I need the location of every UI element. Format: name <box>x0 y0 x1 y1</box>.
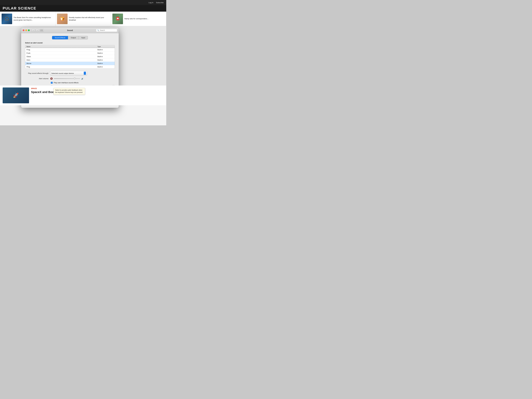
sound-type: Built-in <box>97 52 113 54</box>
tab-sound-effects[interactable]: Sound Effects <box>52 36 68 39</box>
table-header: Name Type <box>25 45 115 48</box>
article-headline: The Beats Solo Pro noise cancelling head… <box>13 16 54 21</box>
title-bar: ‹ › Sound 🔍 <box>21 27 119 33</box>
website-background: Log In Subscribe PULAR SCIENCE 🎧 The Bea… <box>0 0 166 125</box>
table-row[interactable]: Morse Built-in <box>25 62 115 65</box>
tab-output[interactable]: Output <box>68 36 79 39</box>
minimize-button[interactable] <box>25 29 27 31</box>
column-header-type: Type <box>97 46 113 47</box>
article-thumbnail: 📮 <box>112 14 123 24</box>
back-button[interactable]: ‹ <box>32 29 35 32</box>
speaker-high-icon: 🔊 <box>81 78 83 80</box>
article-headline: SpaceX and Boeing are one big step <box>31 90 164 94</box>
headphones-thumb: 🎧 <box>2 14 12 24</box>
alert-volume-label: Alert volume: <box>25 78 49 80</box>
sound-name: Glass <box>26 56 97 57</box>
list-item[interactable]: 🍞 Novelty toasters that will effectively… <box>55 12 111 26</box>
article-headline: Novelty toasters that will effectively b… <box>69 16 109 21</box>
sound-type: Built-in <box>97 62 113 64</box>
maximize-button[interactable] <box>28 29 30 31</box>
bottom-article-thumbnail: 🚀 <box>3 88 29 103</box>
sound-type: Built-in <box>97 59 113 61</box>
list-item[interactable]: 📮 Stamp sets for correspondenc... <box>111 12 166 26</box>
table-row[interactable]: Hero Built-in <box>25 58 115 62</box>
sound-name: Frog <box>26 49 97 51</box>
sound-name: Funk <box>26 52 97 54</box>
tooltip: Select to provide audio feedback when th… <box>53 88 85 95</box>
nav-buttons: ‹ › <box>32 29 39 32</box>
stamps-thumb: 📮 <box>112 14 123 24</box>
close-button[interactable] <box>23 29 24 31</box>
login-link[interactable]: Log In <box>149 2 153 4</box>
dropdown-arrows-icon: ⌃⌄ <box>84 72 86 75</box>
sound-type: Built-in <box>97 66 113 68</box>
article-thumbnail: 🎧 <box>2 14 12 24</box>
table-row[interactable]: Ping Built-in <box>25 65 115 69</box>
window-title: Sound <box>67 29 73 32</box>
list-item[interactable]: 🎧 The Beats Solo Pro noise cancelling he… <box>0 12 55 26</box>
top-navigation: Log In Subscribe <box>0 0 166 5</box>
alert-volume-control: 🔇 🔊 <box>50 77 115 80</box>
grid-view-button[interactable] <box>40 29 44 32</box>
section-label: Select an alert sound: <box>25 42 115 44</box>
play-through-dropdown[interactable]: Selected sound output device ⌃⌄ <box>50 71 87 76</box>
toaster-thumb: 🍞 <box>57 14 68 24</box>
search-box[interactable]: 🔍 <box>96 29 117 32</box>
article-strip: 🎧 The Beats Solo Pro noise cancelling he… <box>0 12 166 26</box>
alert-volume-row: Alert volume: 🔇 🔊 <box>25 77 115 80</box>
slider-thumb[interactable] <box>74 77 76 79</box>
tabs-container: Sound Effects Output Input <box>25 36 115 39</box>
sound-name: Morse <box>26 62 97 64</box>
article-category: SPACE <box>31 88 164 89</box>
table-row[interactable]: Frog Built-in <box>25 48 115 51</box>
search-icon: 🔍 <box>97 29 99 31</box>
bottom-article-text: SPACE SpaceX and Boeing are one big step <box>31 88 164 94</box>
play-through-row: Play sound effects through: Selected sou… <box>25 71 115 76</box>
play-through-label: Play sound effects through: <box>25 72 49 74</box>
search-input[interactable] <box>100 29 116 31</box>
tab-group: Sound Effects Output Input <box>52 36 88 39</box>
play-ui-sounds-label: Play user interface sound effects <box>54 82 78 84</box>
article-thumbnail: 🍞 <box>57 14 68 24</box>
content-area: ‹ › Sound 🔍 <box>0 26 166 105</box>
play-ui-sounds-checkbox[interactable] <box>51 82 53 84</box>
sound-name: Ping <box>26 66 97 68</box>
sound-table: Name Type Frog Built-in Funk Built-in Gl… <box>25 45 115 69</box>
grid-icon <box>40 29 43 31</box>
sound-name: Hero <box>26 59 97 61</box>
sound-type: Built-in <box>97 56 113 57</box>
speaker-low-icon: 🔇 <box>50 77 53 80</box>
table-row[interactable]: Funk Built-in <box>25 51 115 55</box>
play-ui-sounds-row: Play user interface sound effects <box>51 82 115 84</box>
alert-volume-slider[interactable] <box>54 78 80 79</box>
subscribe-link[interactable]: Subscribe <box>156 2 164 4</box>
article-headline: Stamp sets for correspondenc... <box>124 18 149 20</box>
forward-button[interactable]: › <box>36 29 39 32</box>
sound-type: Built-in <box>97 49 113 51</box>
traffic-lights <box>23 29 30 31</box>
table-row[interactable]: Glass Built-in <box>25 55 115 58</box>
tab-input[interactable]: Input <box>79 36 88 39</box>
column-header-name: Name <box>26 46 97 47</box>
site-title: PULAR SCIENCE <box>3 6 36 10</box>
dropdown-value: Selected sound output device <box>51 72 83 74</box>
site-header: PULAR SCIENCE <box>0 5 166 12</box>
